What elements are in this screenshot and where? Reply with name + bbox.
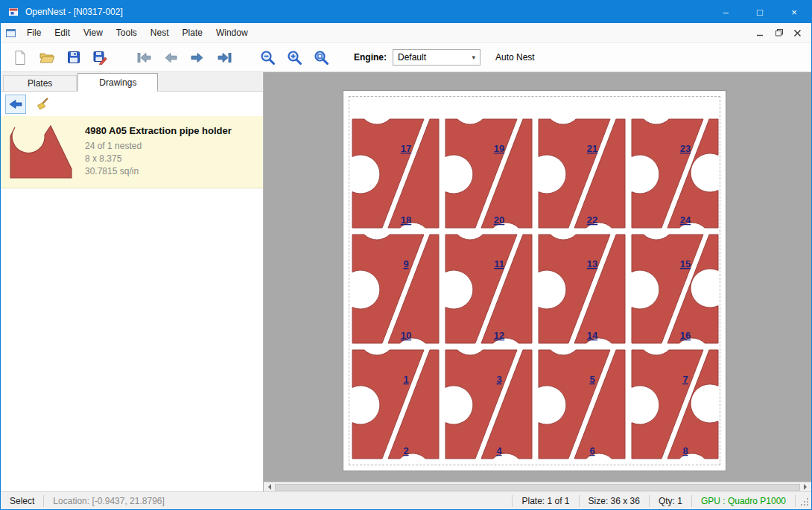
nested-pair-3-4: 34 bbox=[445, 350, 532, 459]
nested-pair-17-18: 1718 bbox=[352, 119, 439, 228]
last-plate-button[interactable] bbox=[211, 45, 238, 69]
panel-toolbar bbox=[1, 92, 263, 116]
previous-plate-button[interactable] bbox=[157, 45, 184, 69]
previous-plate-icon bbox=[163, 52, 178, 63]
resize-grip[interactable] bbox=[797, 494, 811, 508]
part-number-22[interactable]: 22 bbox=[587, 214, 597, 226]
part-number-18[interactable]: 18 bbox=[401, 214, 411, 226]
new-document-button[interactable] bbox=[7, 45, 34, 69]
part-number-1[interactable]: 1 bbox=[403, 374, 408, 385]
clear-brush-icon bbox=[35, 97, 50, 111]
part-number-14[interactable]: 14 bbox=[587, 330, 598, 341]
part-number-12[interactable]: 12 bbox=[494, 330, 504, 341]
new-document-icon bbox=[13, 50, 27, 66]
title-bar[interactable]: OpenNest - [N0317-002] – □ × bbox=[1, 1, 811, 23]
scrollbar-thumb[interactable] bbox=[275, 484, 800, 491]
nested-pair-5-6: 56 bbox=[539, 350, 625, 459]
part-number-11[interactable]: 11 bbox=[494, 258, 504, 270]
status-location: Location: [-0.9437, 21.8796] bbox=[44, 495, 173, 507]
menu-item-edit[interactable]: Edit bbox=[48, 23, 77, 42]
menu-item-window[interactable]: Window bbox=[209, 23, 255, 42]
scroll-left-icon bbox=[265, 484, 271, 490]
window-title: OpenNest - [N0317-002] bbox=[25, 7, 708, 17]
main-area: Plates Drawings bbox=[1, 72, 811, 491]
tab-drawings[interactable]: Drawings bbox=[77, 73, 158, 92]
scroll-left-button[interactable] bbox=[264, 482, 274, 491]
maximize-button[interactable]: □ bbox=[743, 1, 777, 23]
status-qty: Qty: 1 bbox=[650, 495, 691, 507]
save-as-button[interactable] bbox=[87, 45, 114, 69]
canvas-column: 171819202122232491011121314151612345678 bbox=[264, 72, 811, 491]
menu-item-view[interactable]: View bbox=[77, 23, 110, 42]
save-icon bbox=[67, 51, 80, 64]
part-number-8[interactable]: 8 bbox=[682, 445, 688, 456]
part-number-20[interactable]: 20 bbox=[494, 214, 504, 226]
part-number-13[interactable]: 13 bbox=[587, 258, 597, 270]
part-number-23[interactable]: 23 bbox=[680, 143, 691, 154]
clear-brush-button[interactable] bbox=[32, 95, 53, 114]
engine-select[interactable]: Default ▾ bbox=[393, 49, 480, 66]
menu-item-plate[interactable]: Plate bbox=[176, 23, 209, 42]
scroll-right-button[interactable] bbox=[801, 482, 811, 491]
next-plate-button[interactable] bbox=[184, 45, 211, 69]
part-thumbnail bbox=[7, 123, 75, 181]
part-number-3[interactable]: 3 bbox=[496, 374, 501, 385]
part-number-21[interactable]: 21 bbox=[587, 143, 597, 154]
chevron-down-icon: ▾ bbox=[472, 54, 475, 61]
last-plate-icon bbox=[217, 52, 232, 63]
panel-tabstrip: Plates Drawings bbox=[1, 72, 263, 92]
nested-pair-1-2: 12 bbox=[352, 350, 439, 459]
app-icon bbox=[7, 6, 19, 18]
save-button[interactable] bbox=[60, 45, 87, 69]
mdi-controls bbox=[751, 25, 811, 40]
part-number-17[interactable]: 17 bbox=[401, 143, 411, 154]
drawing-size: 8 x 8.375 bbox=[85, 153, 232, 165]
drawing-list-item[interactable]: 4980 A05 Extraction pipe holder 24 of 1 … bbox=[1, 116, 263, 188]
part-number-10[interactable]: 10 bbox=[401, 330, 411, 341]
mdi-restore-button[interactable] bbox=[770, 25, 788, 40]
nested-pair-9-10: 910 bbox=[352, 235, 439, 343]
tab-plates[interactable]: Plates bbox=[3, 75, 77, 91]
zoom-out-button[interactable] bbox=[254, 45, 281, 69]
first-plate-button[interactable] bbox=[130, 45, 157, 69]
file-tool-group bbox=[7, 45, 114, 69]
auto-nest-label[interactable]: Auto Nest bbox=[495, 52, 535, 63]
menu-item-nest[interactable]: Nest bbox=[144, 23, 176, 42]
part-number-9[interactable]: 9 bbox=[403, 258, 408, 270]
status-plate: Plate: 1 of 1 bbox=[513, 495, 578, 507]
part-number-4[interactable]: 4 bbox=[496, 445, 502, 456]
nested-pair-23-24: 2324 bbox=[632, 119, 718, 228]
status-mode: Select bbox=[1, 495, 43, 507]
part-number-15[interactable]: 15 bbox=[680, 258, 691, 270]
part-number-2[interactable]: 2 bbox=[403, 445, 408, 456]
nesting-canvas[interactable]: 171819202122232491011121314151612345678 bbox=[264, 72, 811, 482]
menu-item-tools[interactable]: Tools bbox=[110, 23, 144, 42]
mdi-minimize-button[interactable] bbox=[751, 25, 770, 40]
horizontal-scrollbar[interactable] bbox=[264, 482, 811, 491]
part-number-7[interactable]: 7 bbox=[682, 374, 688, 385]
status-gpu: GPU : Quadro P1000 bbox=[692, 495, 795, 507]
part-number-6[interactable]: 6 bbox=[589, 445, 594, 456]
mdi-close-icon bbox=[794, 30, 801, 36]
send-to-plate-button[interactable] bbox=[5, 95, 26, 114]
engine-selected-value: Default bbox=[398, 52, 426, 63]
part-number-16[interactable]: 16 bbox=[680, 330, 691, 341]
minimize-button[interactable]: – bbox=[708, 1, 743, 23]
zoom-in-button[interactable] bbox=[281, 45, 308, 69]
nested-pair-7-8: 78 bbox=[632, 350, 718, 459]
part-number-19[interactable]: 19 bbox=[494, 143, 504, 154]
part-number-24[interactable]: 24 bbox=[680, 214, 691, 226]
zoom-in-icon bbox=[287, 50, 302, 66]
close-button[interactable]: × bbox=[777, 1, 811, 23]
nested-pair-19-20: 1920 bbox=[445, 119, 532, 228]
mdi-close-button[interactable] bbox=[788, 25, 807, 40]
mdi-minimize-icon bbox=[757, 30, 764, 36]
part-number-5[interactable]: 5 bbox=[589, 374, 594, 385]
document-icon bbox=[5, 28, 17, 39]
open-folder-icon bbox=[39, 51, 55, 64]
scroll-right-icon bbox=[804, 484, 810, 490]
next-plate-icon bbox=[190, 52, 205, 63]
zoom-fit-button[interactable] bbox=[308, 45, 334, 69]
open-button[interactable] bbox=[34, 45, 60, 69]
menu-item-file[interactable]: File bbox=[20, 23, 48, 42]
